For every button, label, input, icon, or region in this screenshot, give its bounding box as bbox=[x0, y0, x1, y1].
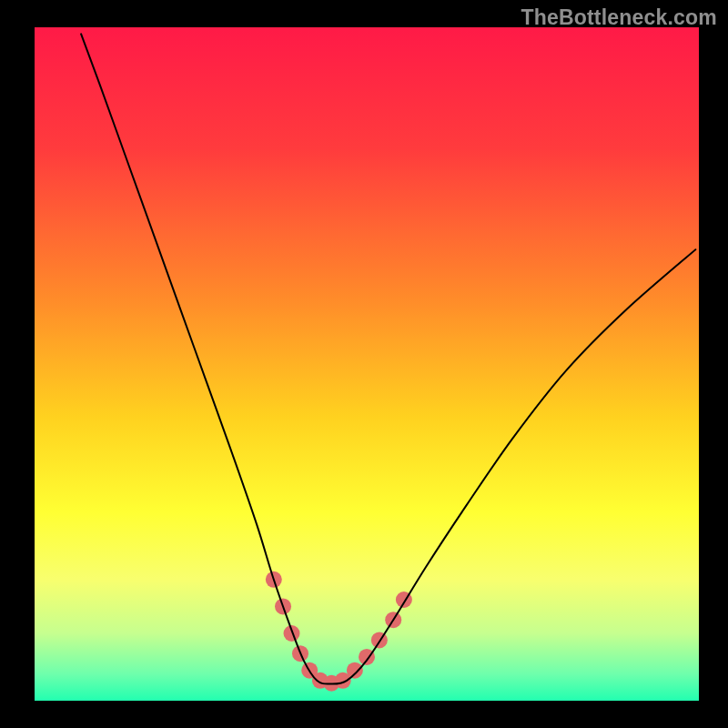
plot-area bbox=[35, 27, 699, 701]
watermark-text: TheBottleneck.com bbox=[521, 5, 717, 30]
highlight-markers-group bbox=[266, 571, 412, 692]
chart-frame: TheBottleneck.com bbox=[0, 0, 728, 728]
highlight-marker bbox=[347, 662, 363, 679]
bottleneck-curve-path bbox=[81, 34, 695, 683]
chart-svg-layer bbox=[35, 27, 699, 701]
